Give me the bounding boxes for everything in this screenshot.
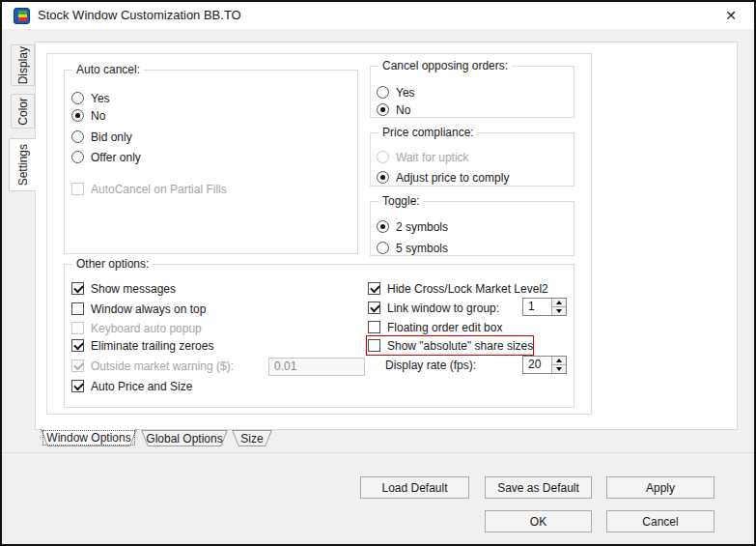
side-tab-display[interactable]: Display: [11, 44, 35, 86]
load-default-button[interactable]: Load Default: [360, 476, 469, 499]
group-price-compliance-label: Price compliance:: [378, 126, 478, 139]
radio-icon: [377, 151, 389, 163]
spinner-up-button[interactable]: [552, 299, 566, 307]
checkbox-keyboard-auto-popup: Keyboard auto popup: [71, 321, 202, 335]
apply-button[interactable]: Apply: [606, 476, 714, 499]
spinner-up-button[interactable]: [552, 357, 566, 365]
cancel-button[interactable]: Cancel: [606, 510, 714, 532]
spinner-down-button[interactable]: [552, 365, 566, 373]
checkbox-hide-cross-lock-level2[interactable]: Hide Cross/Lock Market Level2: [368, 281, 548, 296]
radio-label: Offer only: [91, 151, 141, 164]
tab-global-options[interactable]: Global Options: [141, 430, 228, 446]
arrow-down-icon: [556, 309, 562, 313]
checkbox-icon: [71, 302, 84, 315]
checkbox-label: AutoCancel on Partial Fills: [91, 183, 227, 196]
spinner-value: 20: [523, 357, 551, 373]
checkbox-icon: [71, 359, 84, 372]
radio-icon: [377, 242, 389, 254]
side-tab-display-label: Display: [16, 46, 30, 84]
title-bar: Stock Window Customization BB.TO ✕: [2, 2, 754, 29]
display-rate-spinner[interactable]: 20: [522, 356, 567, 374]
checkbox-label: Keyboard auto popup: [91, 322, 202, 335]
radio-icon: [377, 220, 389, 233]
app-icon: [14, 8, 30, 24]
radio-label: No: [396, 103, 410, 117]
link-group-spinner[interactable]: 1: [522, 298, 567, 316]
button-label: Apply: [646, 481, 675, 495]
radio-icon: [71, 151, 84, 163]
radio-label: 5 symbols: [396, 242, 448, 255]
checkbox-window-always-on-top[interactable]: Window always on top: [71, 302, 206, 316]
close-button[interactable]: ✕: [717, 4, 744, 27]
checkbox-eliminate-trailing-zeroes[interactable]: Eliminate trailing zeroes: [71, 338, 213, 353]
arrow-up-icon: [556, 301, 562, 304]
radio-2-symbols[interactable]: 2 symbols: [377, 219, 448, 234]
radio-5-symbols[interactable]: 5 symbols: [377, 241, 448, 255]
checkbox-show-absolute-share-sizes[interactable]: Show "absolute" share sizes: [368, 338, 533, 353]
radio-auto-cancel-no[interactable]: No: [71, 108, 105, 123]
group-cancel-opposing-label: Cancel opposing orders:: [378, 59, 512, 72]
checkbox-show-messages[interactable]: Show messages: [71, 281, 176, 296]
checkbox-icon: [368, 282, 380, 295]
button-label: Load Default: [381, 481, 447, 495]
display-rate-label: Display rate (fps):: [385, 358, 476, 372]
checkbox-floating-order-edit-box[interactable]: Floating order edit box: [368, 320, 502, 334]
save-as-default-button[interactable]: Save as Default: [485, 476, 592, 499]
checkbox-icon: [368, 339, 380, 352]
tab-size[interactable]: Size: [232, 430, 272, 446]
checkbox-label: Hide Cross/Lock Market Level2: [387, 282, 548, 296]
radio-label: Yes: [396, 86, 415, 100]
radio-label: Adjust price to comply: [396, 171, 509, 185]
tab-window-options[interactable]: Window Options: [41, 429, 137, 446]
tab-size-label: Size: [238, 432, 266, 445]
side-tab-color[interactable]: Color: [11, 94, 35, 129]
side-tab-color-label: Color: [16, 98, 30, 126]
radio-label: Wait for uptick: [396, 151, 469, 164]
checkbox-label: Window always on top: [91, 302, 206, 316]
checkbox-label: Show messages: [91, 282, 176, 296]
group-auto-cancel-label: Auto cancel:: [72, 63, 144, 76]
radio-auto-cancel-bid-only[interactable]: Bid only: [71, 129, 132, 144]
bottom-separator: [2, 452, 754, 453]
app-icon-stripes: [18, 11, 27, 21]
close-icon: ✕: [725, 8, 737, 23]
radio-adjust-price-to-comply[interactable]: Adjust price to comply: [377, 170, 509, 185]
radio-cancel-opposing-yes[interactable]: Yes: [377, 85, 415, 100]
checkbox-label: Link window to group:: [387, 302, 499, 315]
radio-icon: [71, 92, 84, 104]
arrow-down-icon: [556, 367, 562, 371]
button-label: OK: [530, 515, 546, 529]
radio-label: Bid only: [91, 130, 132, 144]
radio-label: Yes: [91, 92, 110, 105]
spinner-down-button[interactable]: [552, 307, 566, 315]
radio-label: 2 symbols: [396, 220, 448, 234]
field-label: Display rate (fps):: [385, 359, 476, 372]
radio-auto-cancel-offer-only[interactable]: Offer only: [71, 150, 141, 164]
radio-auto-cancel-yes[interactable]: Yes: [71, 91, 110, 105]
checkbox-label: Outside market warning ($):: [91, 359, 234, 373]
checkbox-auto-price-and-size[interactable]: Auto Price and Size: [71, 379, 192, 393]
radio-icon: [71, 130, 84, 143]
dialog-window: Stock Window Customization BB.TO ✕ Displ…: [0, 0, 756, 546]
spinner-value: 1: [523, 299, 551, 315]
side-tab-settings[interactable]: Settings: [9, 138, 36, 191]
checkbox-label: Auto Price and Size: [91, 380, 192, 393]
ok-button[interactable]: OK: [485, 510, 592, 532]
radio-icon: [377, 86, 389, 99]
radio-cancel-opposing-no[interactable]: No: [377, 102, 410, 117]
checkbox-label: Show "absolute" share sizes: [387, 339, 533, 353]
side-tab-settings-label: Settings: [16, 144, 30, 186]
checkbox-icon: [71, 339, 84, 352]
radio-wait-for-uptick: Wait for uptick: [377, 150, 469, 164]
checkbox-link-window-to-group[interactable]: Link window to group:: [368, 301, 499, 315]
radio-icon: [377, 171, 389, 184]
window-title: Stock Window Customization BB.TO: [38, 2, 241, 29]
radio-icon: [377, 103, 389, 116]
checkbox-icon: [71, 322, 84, 334]
radio-label: No: [91, 109, 105, 123]
arrow-up-icon: [556, 359, 562, 362]
checkbox-autocancel-partial-fills: AutoCancel on Partial Fills: [71, 182, 227, 196]
radio-icon: [71, 109, 84, 122]
checkbox-label: Floating order edit box: [387, 321, 502, 334]
checkbox-icon: [71, 282, 84, 295]
